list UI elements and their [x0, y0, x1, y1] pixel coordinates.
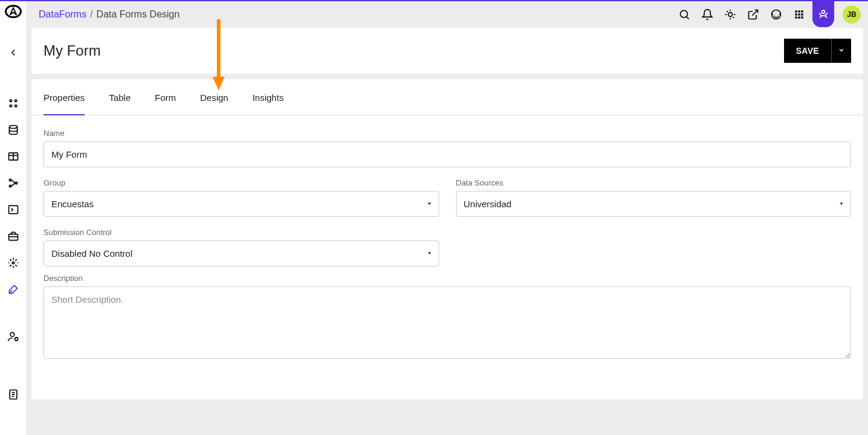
data-sources-select[interactable]	[456, 191, 852, 217]
svg-point-10	[9, 185, 11, 187]
svg-point-16	[14, 338, 18, 341]
svg-point-14	[12, 262, 14, 263]
svg-point-4	[9, 126, 17, 129]
svg-point-2	[10, 105, 11, 107]
top-icons: JB	[675, 2, 861, 27]
breadcrumb-separator: /	[90, 9, 92, 20]
description-textarea[interactable]	[43, 286, 851, 359]
svg-rect-36	[801, 13, 803, 15]
save-dropdown-button[interactable]	[832, 39, 851, 63]
svg-point-1	[14, 100, 16, 102]
notifications-icon[interactable]	[698, 5, 717, 24]
sidebar-nav	[7, 46, 20, 435]
svg-line-28	[727, 11, 728, 12]
save-button[interactable]: SAVE	[784, 39, 832, 63]
user-avatar[interactable]: JB	[843, 5, 861, 24]
app-logo[interactable]	[5, 5, 22, 18]
support-icon[interactable]	[767, 5, 786, 24]
svg-rect-39	[801, 16, 803, 18]
svg-point-3	[14, 105, 16, 107]
topbar: DataForms / Data Forms Design	[27, 1, 868, 28]
collapse-sidebar-icon[interactable]	[7, 46, 20, 59]
docs-icon[interactable]	[7, 388, 20, 401]
svg-point-0	[10, 100, 11, 102]
svg-point-40	[822, 10, 825, 13]
search-icon[interactable]	[675, 5, 694, 24]
svg-point-15	[10, 332, 14, 337]
page-title: My Form	[43, 42, 101, 59]
svg-rect-37	[795, 16, 797, 18]
svg-rect-34	[795, 13, 797, 15]
tab-design[interactable]: Design	[200, 79, 228, 115]
submission-control-select[interactable]	[43, 240, 439, 266]
toolbox-icon[interactable]	[7, 230, 20, 243]
table-icon[interactable]	[7, 150, 20, 163]
grid-menu-icon[interactable]	[789, 5, 809, 24]
svg-point-8	[9, 179, 11, 181]
group-label: Group	[43, 178, 439, 187]
svg-point-23	[728, 13, 733, 17]
content-card: Properties Table Form Design Insights Na…	[31, 79, 863, 399]
data-sources-label: Data Sources	[456, 178, 852, 187]
name-label: Name	[43, 129, 851, 138]
svg-rect-33	[801, 10, 803, 12]
terminal-icon[interactable]	[7, 203, 20, 216]
svg-rect-35	[798, 13, 800, 15]
database-icon[interactable]	[7, 123, 20, 137]
svg-rect-32	[798, 10, 800, 12]
svg-line-22	[687, 17, 689, 19]
avatar-initials: JB	[847, 10, 856, 19]
properties-form: Name Group Data Sources	[31, 115, 863, 379]
apps-icon[interactable]	[7, 97, 20, 110]
save-button-group: SAVE	[784, 39, 851, 63]
svg-point-21	[680, 10, 687, 18]
description-label: Description	[43, 274, 851, 283]
tools-icon[interactable]	[7, 283, 20, 296]
page-header: My Form SAVE	[31, 28, 863, 74]
name-input[interactable]	[43, 141, 851, 167]
design-icon[interactable]	[7, 256, 20, 269]
breadcrumb-root[interactable]: DataForms	[39, 9, 86, 20]
tab-insights[interactable]: Insights	[252, 79, 284, 115]
breadcrumb: DataForms / Data Forms Design	[39, 9, 179, 20]
svg-rect-38	[798, 16, 800, 18]
tab-form[interactable]: Form	[155, 79, 176, 115]
connections-icon[interactable]	[7, 176, 20, 190]
tab-properties[interactable]: Properties	[43, 79, 85, 115]
tab-table[interactable]: Table	[109, 79, 130, 115]
user-settings-icon[interactable]	[7, 330, 20, 343]
tabs: Properties Table Form Design Insights	[31, 79, 863, 115]
left-sidebar	[0, 1, 27, 435]
app-root: DataForms / Data Forms Design	[0, 0, 868, 435]
share-icon[interactable]	[744, 5, 763, 24]
ideas-icon[interactable]	[721, 5, 740, 24]
main-area: DataForms / Data Forms Design	[27, 1, 868, 435]
group-select[interactable]	[43, 191, 439, 217]
primary-action-icon[interactable]	[812, 1, 834, 27]
svg-line-29	[733, 17, 734, 18]
breadcrumb-leaf: Data Forms Design	[97, 9, 180, 20]
svg-rect-31	[795, 10, 797, 12]
submission-control-label: Submission Control	[43, 228, 439, 237]
